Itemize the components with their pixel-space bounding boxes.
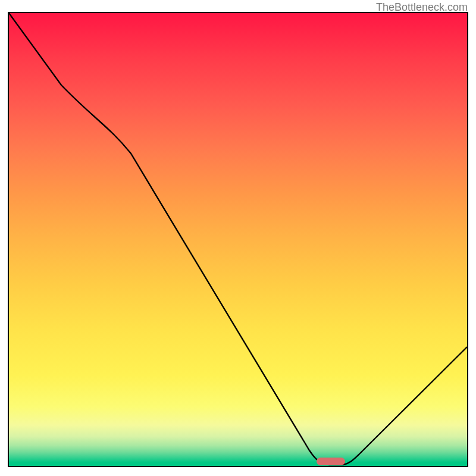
chart-frame [8, 12, 468, 467]
optimal-range-marker [317, 458, 345, 465]
watermark-text: TheBottleneck.com [376, 1, 468, 14]
heat-gradient-background [9, 13, 467, 466]
